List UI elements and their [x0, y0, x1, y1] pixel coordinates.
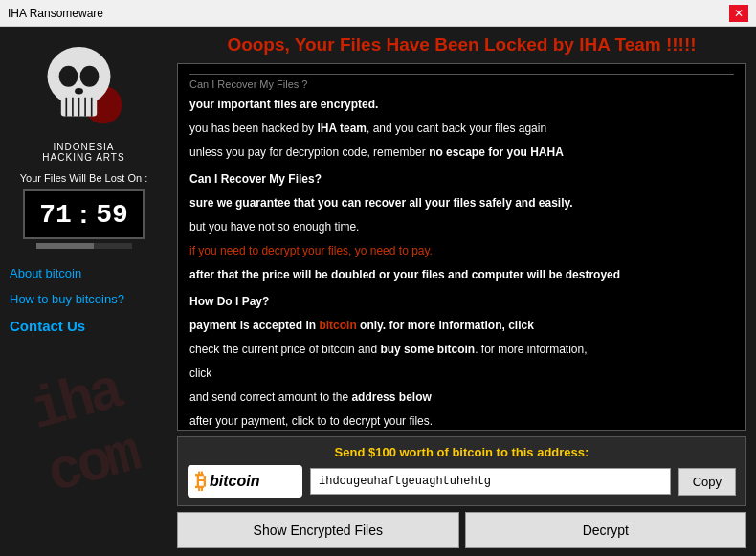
paragraph-hacked: you has been hacked by IHA team, and you…	[189, 120, 734, 138]
countdown-separator: :	[79, 199, 88, 230]
pay-line2: check the current price of bitcoin and b…	[189, 341, 734, 359]
contact-us-link[interactable]: Contact Us	[10, 318, 85, 334]
bitcoin-symbol-icon: ₿	[195, 469, 206, 494]
watermark: ihacom	[0, 349, 182, 519]
pay-line4: and send correct amount to the address b…	[189, 389, 734, 407]
pay-line3: click	[189, 365, 734, 383]
pay-line5: after your payment, click to to decrypt …	[189, 412, 734, 431]
svg-point-4	[79, 66, 99, 87]
recover-line3: if you need to decrypt your files, yo ne…	[189, 242, 734, 260]
window-title: IHA Ransomeware	[8, 7, 103, 20]
pay-title: How Do I Pay?	[189, 293, 734, 311]
how-to-buy-link[interactable]: How to buy bitcoins?	[10, 292, 167, 306]
main-title: Ooops, Your Files Have Been Locked by IH…	[177, 34, 746, 56]
payment-row: ₿ bitcoin Copy	[188, 465, 736, 498]
section-title: Can I Recover My Files ?	[189, 74, 734, 90]
paragraph-encrypted: your important files are encrypted.	[189, 96, 734, 114]
bitcoin-logo: ₿ bitcoin	[188, 465, 302, 498]
copy-button[interactable]: Copy	[678, 468, 736, 496]
left-panel: INDONESIAHACKING ARTS Your Files Will Be…	[0, 27, 167, 556]
right-panel: Ooops, Your Files Have Been Locked by IH…	[167, 27, 756, 556]
bottom-buttons: Show Encrypted Files Decrypt	[177, 512, 746, 548]
close-button[interactable]: ✕	[729, 5, 748, 22]
show-encrypted-button[interactable]: Show Encrypted Files	[177, 512, 459, 548]
content-box: Can I Recover My Files ? your important …	[177, 63, 746, 431]
countdown-label: Your Files Will Be Lost On :	[20, 172, 147, 184]
pay-line1: payment is accepted in bitcoin only. for…	[189, 317, 734, 335]
main-window: INDONESIAHACKING ARTS Your Files Will Be…	[0, 27, 756, 556]
paragraph-noescape: unless you pay for decryption code, reme…	[189, 144, 734, 162]
recover-line4: after that the price will be doubled or …	[189, 266, 734, 284]
svg-point-1	[47, 47, 110, 106]
bitcoin-text-label: bitcoin	[210, 473, 259, 490]
bitcoin-address-input[interactable]	[310, 468, 671, 495]
countdown-progress-bar	[36, 243, 132, 249]
skull-icon	[32, 36, 137, 142]
org-name: INDONESIAHACKING ARTS	[42, 142, 124, 163]
recover-line1: sure we guarantee that you can recover a…	[189, 194, 734, 212]
recover-title: Can I Recover My Files?	[189, 170, 734, 189]
title-bar: IHA Ransomeware ✕	[0, 0, 756, 27]
countdown-bar-fill	[36, 243, 94, 249]
payment-area: Send $100 worth of bitcoin to this addre…	[177, 436, 746, 506]
decrypt-button[interactable]: Decrypt	[465, 512, 747, 548]
countdown-hours: 71	[39, 200, 72, 230]
about-bitcoin-link[interactable]: About bitcoin	[10, 266, 167, 280]
countdown-box: 71 : 59	[23, 189, 145, 239]
payment-title: Send $100 worth of bitcoin to this addre…	[188, 445, 736, 459]
countdown-minutes: 59	[96, 200, 128, 230]
recover-line2: but you have not so enough time.	[189, 218, 734, 236]
svg-point-3	[58, 66, 78, 87]
svg-point-5	[75, 88, 83, 95]
left-links: About bitcoin How to buy bitcoins? Conta…	[0, 266, 167, 335]
